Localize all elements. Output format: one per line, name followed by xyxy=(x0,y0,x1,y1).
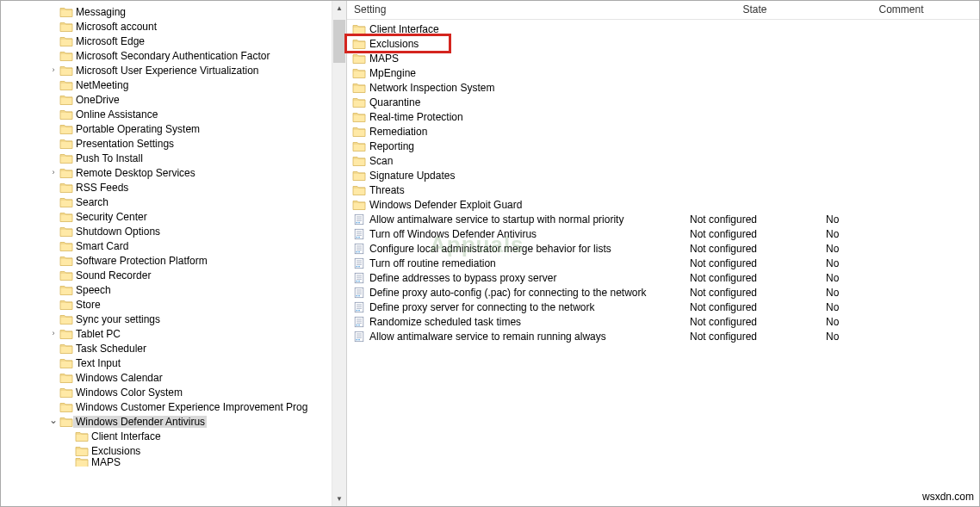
policy-setting-icon xyxy=(352,286,366,300)
tree-item[interactable]: ›Tablet PC xyxy=(1,326,332,341)
folder-icon xyxy=(59,298,73,312)
list-item-label: Network Inspection System xyxy=(366,82,494,94)
list-item-label: Real-time Protection xyxy=(366,111,463,123)
folder-icon xyxy=(352,81,366,95)
scroll-thumb[interactable] xyxy=(333,20,345,63)
list-item[interactable]: Threats xyxy=(347,182,979,197)
tree-item[interactable]: Portable Operating System xyxy=(1,121,332,136)
list-item-comment: No xyxy=(822,228,979,240)
list-item[interactable]: Signature Updates xyxy=(347,168,979,182)
list-item[interactable]: MAPS xyxy=(347,51,979,65)
folder-icon xyxy=(59,283,73,297)
tree-item[interactable]: Store xyxy=(1,297,332,312)
tree-item[interactable]: Windows Color System xyxy=(1,385,332,399)
tree-item[interactable]: Sound Recorder xyxy=(1,268,332,282)
tree-item[interactable]: NetMeeting xyxy=(1,77,332,92)
chevron-right-icon[interactable]: › xyxy=(47,330,59,337)
tree-item-label: Messaging xyxy=(73,6,127,18)
list-item-label: Randomize scheduled task times xyxy=(366,316,521,328)
tree-item[interactable]: Exclusions xyxy=(1,443,332,458)
list-item-label: Scan xyxy=(366,155,393,167)
list-item-label: Exclusions xyxy=(366,38,419,50)
tree-scrollbar[interactable]: ▲ ▼ xyxy=(332,1,346,506)
tree-item[interactable]: Windows Customer Experience Improvement … xyxy=(1,399,332,414)
tree-item[interactable]: Microsoft Edge xyxy=(1,34,332,48)
list-item[interactable]: Reporting xyxy=(347,139,979,153)
header-state[interactable]: State xyxy=(686,1,822,19)
scroll-down-icon[interactable]: ▼ xyxy=(332,492,346,506)
folder-icon xyxy=(352,198,366,212)
policy-setting-icon xyxy=(352,257,366,270)
folder-icon xyxy=(59,239,73,253)
list-item[interactable]: Define addresses to bypass proxy serverN… xyxy=(347,270,979,285)
list-item[interactable]: Remediation xyxy=(347,124,979,139)
tree-item-label: Microsoft Secondary Authentication Facto… xyxy=(73,50,271,62)
list-item[interactable]: Allow antimalware service to startup wit… xyxy=(347,212,979,226)
tree-item[interactable]: Software Protection Platform xyxy=(1,253,332,268)
tree-item[interactable]: OneDrive xyxy=(1,92,332,107)
tree-item[interactable]: ⌄Windows Defender Antivirus xyxy=(1,414,332,429)
tree-item[interactable]: Messaging xyxy=(1,4,332,19)
folder-icon xyxy=(75,444,89,458)
scroll-up-icon[interactable]: ▲ xyxy=(332,1,346,15)
tree-item[interactable]: Windows Calendar xyxy=(1,370,332,385)
list-item[interactable]: Network Inspection System xyxy=(347,80,979,95)
tree-item-label: Windows Customer Experience Improvement … xyxy=(73,401,309,413)
tree-item[interactable]: MAPS xyxy=(1,458,332,467)
tree-item[interactable]: Shutdown Options xyxy=(1,224,332,238)
tree-item[interactable]: ›Remote Desktop Services xyxy=(1,165,332,180)
settings-list[interactable]: Client InterfaceExclusionsMAPSMpEngineNe… xyxy=(347,20,979,506)
tree-item[interactable]: Task Scheduler xyxy=(1,341,332,356)
list-item[interactable]: Exclusions xyxy=(347,36,979,51)
folder-icon xyxy=(352,96,366,109)
folder-icon xyxy=(75,430,89,443)
list-item[interactable]: Turn off routine remediationNot configur… xyxy=(347,256,979,270)
tree-item[interactable]: Smart Card xyxy=(1,238,332,253)
tree-item[interactable]: Presentation Settings xyxy=(1,136,332,151)
list-item-label: MpEngine xyxy=(366,67,416,79)
list-item[interactable]: Randomize scheduled task timesNot config… xyxy=(347,314,979,329)
list-item[interactable]: Client Interface xyxy=(347,22,979,36)
list-item[interactable]: Scan xyxy=(347,153,979,168)
folder-icon xyxy=(352,22,366,36)
tree-item[interactable]: Sync your settings xyxy=(1,312,332,326)
list-item[interactable]: Windows Defender Exploit Guard xyxy=(347,197,979,212)
folder-icon xyxy=(59,312,73,326)
tree-item[interactable]: Microsoft account xyxy=(1,19,332,34)
folder-icon xyxy=(59,108,73,121)
folder-icon xyxy=(59,342,73,356)
tree-item-label: Microsoft account xyxy=(73,21,158,33)
tree-item-label: OneDrive xyxy=(73,94,121,106)
tree-item[interactable]: Security Center xyxy=(1,209,332,224)
tree-item[interactable]: RSS Feeds xyxy=(1,180,332,195)
chevron-right-icon[interactable]: › xyxy=(47,169,59,176)
tree-item[interactable]: Push To Install xyxy=(1,151,332,165)
list-item[interactable]: Turn off Windows Defender AntivirusNot c… xyxy=(347,226,979,241)
tree-item[interactable]: Microsoft Secondary Authentication Facto… xyxy=(1,48,332,63)
list-item[interactable]: Configure local administrator merge beha… xyxy=(347,241,979,256)
chevron-right-icon[interactable]: › xyxy=(47,66,59,74)
list-item[interactable]: Define proxy server for connecting to th… xyxy=(347,300,979,314)
tree-item-label: Windows Color System xyxy=(73,386,184,399)
tree-item[interactable]: Search xyxy=(1,195,332,209)
tree-item[interactable]: Online Assistance xyxy=(1,107,332,121)
list-item[interactable]: Allow antimalware service to remain runn… xyxy=(347,329,979,343)
folder-icon xyxy=(59,415,73,429)
list-item-label: Allow antimalware service to remain runn… xyxy=(366,331,606,343)
column-headers[interactable]: Setting State Comment xyxy=(347,1,979,20)
list-item[interactable]: MpEngine xyxy=(347,65,979,80)
tree-view[interactable]: MessagingMicrosoft accountMicrosoft Edge… xyxy=(1,1,332,506)
list-item[interactable]: Quarantine xyxy=(347,95,979,109)
list-item-label: Turn off Windows Defender Antivirus xyxy=(366,228,537,240)
tree-item[interactable]: Speech xyxy=(1,282,332,297)
chevron-down-icon[interactable]: ⌄ xyxy=(47,415,59,425)
list-item-label: Threats xyxy=(366,184,405,196)
tree-item[interactable]: Client Interface xyxy=(1,429,332,443)
header-setting[interactable]: Setting xyxy=(347,1,686,19)
tree-item[interactable]: Text Input xyxy=(1,356,332,370)
list-item[interactable]: Real-time Protection xyxy=(347,109,979,124)
tree-item[interactable]: ›Microsoft User Experience Virtualizatio… xyxy=(1,63,332,77)
header-comment[interactable]: Comment xyxy=(822,1,979,19)
folder-icon xyxy=(352,139,366,153)
list-item[interactable]: Define proxy auto-config (.pac) for conn… xyxy=(347,285,979,300)
